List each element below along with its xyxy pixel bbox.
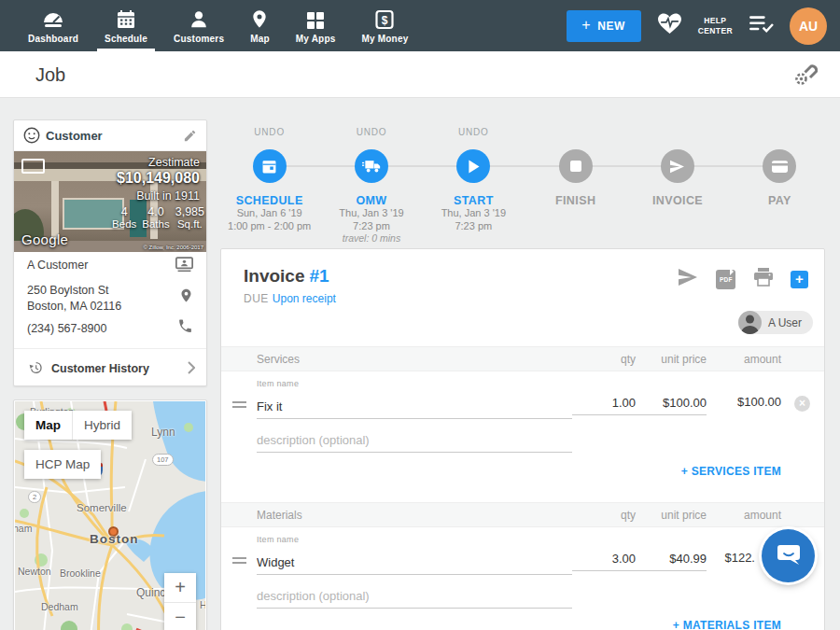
map-label-waltham: ham [15,523,32,534]
invoice-title: Invoice#1 [244,266,329,287]
drag-handle-icon[interactable] [232,401,246,408]
nav-label: My Apps [296,34,336,44]
help-center-button[interactable]: HELP CENTER [698,16,733,36]
hybrid-button[interactable]: Hybrid [72,411,132,440]
service-description-input[interactable] [257,430,572,453]
service-item-name-input[interactable] [257,397,572,419]
map-label-somerville: Somerville [77,502,127,513]
step-date: Thu, Jan 3 '19 [320,207,422,220]
zoom-out-button[interactable]: − [164,602,196,630]
location-pin-icon[interactable] [179,287,193,308]
unit-price-column-header: unit price [636,509,707,522]
nav-item-map[interactable]: Map [246,0,273,51]
phone-icon[interactable] [177,318,193,338]
truck-icon[interactable] [355,149,388,183]
nav-label: Customers [174,34,224,44]
avatar-initials: AU [799,19,818,34]
undo-omw-button[interactable]: UNDO [320,127,422,138]
service-unit-price-input[interactable] [636,393,707,415]
map-canvas[interactable]: Burlington Lynn 107 2 93 Somerville Bost… [15,401,205,630]
schedule-icon [116,7,136,30]
nav-item-dashboard[interactable]: Dashboard [24,0,82,51]
photo-copyright: © Zillow, Inc. 2006-2017 [144,245,203,250]
step-label: PAY [729,194,831,207]
customer-history-row[interactable]: Customer History [14,349,206,386]
invoice-number[interactable]: #1 [309,266,329,286]
beds-label: Beds [112,218,136,230]
map-label-dedham: Dedham [41,601,78,612]
sqft-value: 3,985 [175,205,204,218]
zoom-in-button[interactable]: + [164,573,196,602]
nav-actions: + NEW HELP CENTER AU [567,0,827,51]
map-button[interactable]: Map [24,411,72,440]
undo-start-button[interactable]: UNDO [423,127,525,138]
service-line-item: $100.00 × [221,389,824,419]
nav-item-customers[interactable]: Customers [170,0,228,51]
calendar-icon[interactable] [253,149,287,183]
material-qty-input[interactable] [572,549,636,571]
address-line2: Boston, MA 02116 [27,299,121,315]
nav-item-my-apps[interactable]: My Apps [292,0,340,51]
due-value-link[interactable]: Upon receipt [273,292,336,305]
step-label: SCHEDULE [218,194,320,207]
undo-spacer [729,127,831,138]
add-services-item-button[interactable]: + SERVICES ITEM [221,465,824,478]
send-plane-icon[interactable] [661,149,694,183]
tools-icon[interactable] [793,63,819,89]
undo-schedule-button[interactable]: UNDO [218,127,320,138]
print-icon[interactable] [753,268,774,290]
chat-bubble-icon [776,541,802,570]
material-unit-price-input[interactable] [636,549,707,571]
customer-phone: (234) 567-8900 [27,322,106,335]
zestimate-label: Zestimate [148,156,200,169]
remove-icon[interactable]: × [794,396,810,412]
map-label-brookline: Brookline [60,567,101,579]
step-invoice: INVOICE [626,121,728,245]
list-check-icon[interactable] [749,14,774,37]
step-schedule: UNDO SCHEDULE Sun, Jan 6 '19 1:00 pm - 2… [218,121,320,245]
chat-launcher[interactable] [762,529,815,582]
assigned-user-chip[interactable]: A User [738,311,813,334]
step-finish: FINISH [525,121,626,245]
nav-item-my-money[interactable]: $ My Money [357,0,412,51]
new-button[interactable]: + NEW [567,10,641,42]
property-stats: 4Beds 4.0Baths 3,985Sq.ft. [112,205,204,230]
material-line-item: $122. [221,545,824,575]
service-qty-input[interactable] [572,393,636,415]
undo-spacer [525,127,626,138]
map-type-buttons: Map Hybrid [24,411,132,440]
play-icon[interactable] [456,149,490,183]
step-time: 7:23 pm [423,220,525,233]
heart-pulse-icon[interactable] [657,12,682,39]
add-materials-item-button[interactable]: + MATERIALS ITEM [221,619,824,630]
pdf-icon[interactable]: PDF [716,270,735,289]
user-avatar[interactable]: AU [790,7,827,45]
service-description-row [221,425,824,453]
step-time: 1:00 pm - 2:00 pm [218,220,320,233]
edit-pencil-icon[interactable] [183,129,197,147]
hcp-map-button[interactable]: HCP Map [24,450,101,479]
step-date: Thu, Jan 3 '19 [423,207,525,220]
add-icon[interactable] [791,271,808,288]
beds-value: 4 [112,205,136,218]
credit-card-icon[interactable] [763,149,796,183]
stop-icon[interactable] [559,149,593,183]
dashboard-icon [42,7,64,30]
map-card: Burlington Lynn 107 2 93 Somerville Bost… [13,399,207,630]
map-label-newton: Newton [18,566,51,577]
contact-card-icon[interactable] [175,257,193,277]
drag-handle-icon[interactable] [232,557,246,564]
qty-column-header: qty [572,509,636,522]
nav-label: Map [250,34,270,44]
property-photo: Zestimate $10,149,080 Built in 1911 4Bed… [14,151,206,252]
invoice-actions: PDF [677,268,808,290]
material-item-name-input[interactable] [257,553,572,575]
material-description-input[interactable] [257,586,572,609]
amount-column-header: amount [707,509,781,522]
nav-item-schedule[interactable]: Schedule [101,0,151,51]
send-plane-icon[interactable] [677,268,699,290]
nav-label: Dashboard [28,34,78,44]
services-title: Services [221,353,572,366]
app-window: Dashboard Schedule Customers Map [0,0,840,630]
service-amount: $100.00 [707,395,781,413]
